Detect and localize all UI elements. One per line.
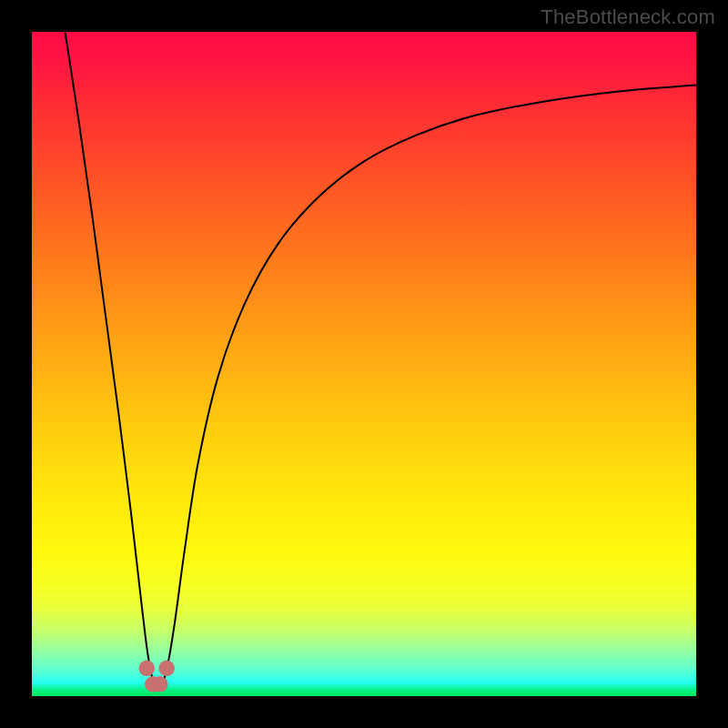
curve-marker [152, 676, 168, 693]
curve-layer [32, 32, 696, 696]
curve-markers [139, 661, 175, 693]
curve-marker [139, 661, 156, 677]
curve-marker [158, 661, 175, 677]
plot-area [32, 32, 696, 696]
bottleneck-curve [66, 32, 697, 690]
chart-frame: TheBottleneck.com [0, 0, 728, 728]
attribution-text: TheBottleneck.com [541, 5, 715, 29]
